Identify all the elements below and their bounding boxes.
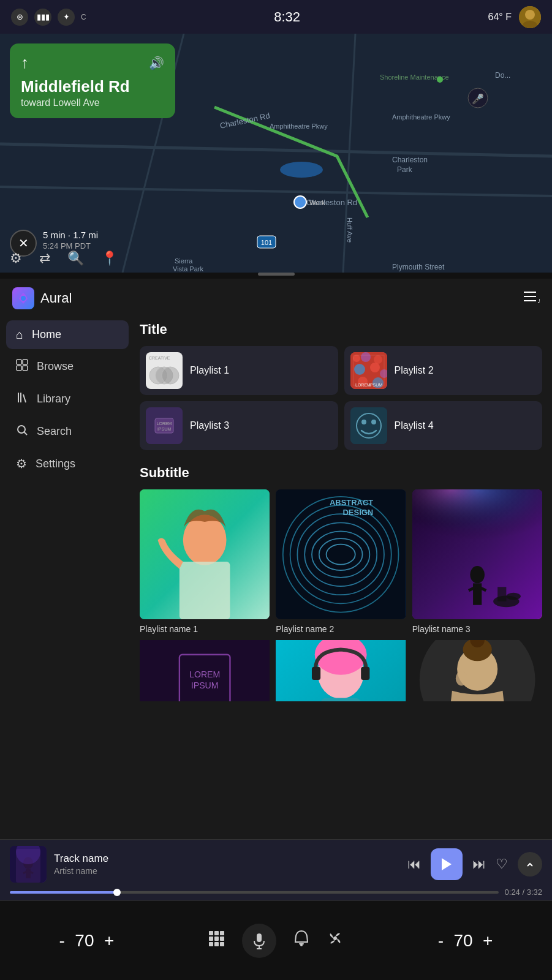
albums-row: Playlist name 1 bbox=[140, 489, 542, 634]
vol-left-value: 70 bbox=[70, 931, 99, 951]
album-card-1[interactable]: Playlist name 1 bbox=[140, 489, 270, 634]
svg-text:CREATIVE: CREATIVE bbox=[149, 356, 170, 360]
playlist-card-3[interactable]: LOREM IPSUM Playlist 3 bbox=[140, 401, 338, 450]
vol-left-minus[interactable]: - bbox=[59, 931, 65, 951]
routes-icon[interactable]: ⇄ bbox=[39, 251, 50, 266]
svg-rect-71 bbox=[276, 489, 406, 619]
album-card-6[interactable] bbox=[412, 640, 542, 701]
sidebar-item-settings[interactable]: ⚙ Settings bbox=[6, 449, 129, 478]
music-logo: Aural bbox=[12, 287, 72, 309]
svg-point-18 bbox=[437, 77, 443, 83]
nav-volume-icon[interactable]: 🔊 bbox=[149, 56, 164, 70]
album-name-3: Playlist name 3 bbox=[412, 624, 542, 634]
sidebar-item-home[interactable]: ⌂ Home bbox=[6, 320, 129, 349]
bluetooth-icon[interactable]: ⊛ bbox=[11, 9, 28, 26]
svg-rect-89 bbox=[497, 587, 506, 601]
playlist-card-4[interactable]: Playlist 4 bbox=[344, 401, 543, 450]
player-bar: Track name Artist name ⏮ ⏭ ♡ 0:24 / 3:32 bbox=[0, 839, 552, 900]
svg-rect-122 bbox=[214, 942, 219, 946]
album-art-4-container: LOREM IPSUM bbox=[140, 640, 270, 701]
progress-thumb[interactable] bbox=[113, 889, 121, 896]
sidebar-label-library: Library bbox=[37, 393, 70, 405]
svg-text:Charleston: Charleston bbox=[392, 156, 428, 164]
playlist-name-1: Playlist 1 bbox=[190, 365, 229, 376]
main-content: Title CREATIVE bbox=[135, 315, 552, 900]
playlist-card-2[interactable]: LOREM IPSUM Playlist 2 bbox=[344, 346, 543, 395]
settings-icon[interactable]: ⚙ bbox=[10, 251, 22, 266]
sidebar-item-search[interactable]: Search bbox=[6, 417, 129, 447]
svg-point-106 bbox=[455, 671, 467, 686]
album-card-2[interactable]: ABSTRACT DESIGN Playlist name 2 bbox=[276, 489, 406, 634]
nav-street: Middlefield Rd bbox=[21, 77, 164, 96]
svg-point-67 bbox=[371, 420, 376, 424]
album-name-1: Playlist name 1 bbox=[140, 624, 270, 634]
progress-bar[interactable]: 0:24 / 3:32 bbox=[10, 888, 542, 897]
svg-rect-70 bbox=[180, 562, 230, 619]
grid-icon[interactable] bbox=[208, 930, 225, 951]
fan-icon[interactable] bbox=[327, 930, 344, 951]
nav-eta: 5 min · 1.7 mi bbox=[43, 230, 98, 240]
sidebar-label-settings: Settings bbox=[36, 458, 75, 470]
bottom-bar: - 70 + bbox=[0, 900, 552, 980]
svg-rect-100 bbox=[320, 698, 361, 702]
vol-right-value: 70 bbox=[448, 931, 478, 951]
playlist-thumb-3: LOREM IPSUM bbox=[146, 407, 183, 444]
svg-rect-115 bbox=[209, 931, 213, 935]
svg-text:Do...: Do... bbox=[495, 71, 510, 80]
app-icon bbox=[12, 287, 34, 309]
track-info: Track name Artist name bbox=[54, 853, 400, 876]
svg-rect-116 bbox=[214, 931, 219, 935]
album-card-5[interactable] bbox=[276, 640, 406, 701]
svg-text:LOREM: LOREM bbox=[189, 670, 220, 680]
queue-icon[interactable]: ♪ bbox=[523, 290, 540, 307]
svg-point-52 bbox=[354, 364, 365, 375]
brightness-icon[interactable]: ✦ bbox=[58, 9, 75, 26]
settings-nav-icon: ⚙ bbox=[16, 456, 27, 471]
svg-text:LOREM: LOREM bbox=[157, 421, 172, 426]
map-toolbar: ⚙ ⇄ 🔍 📍 bbox=[10, 251, 118, 266]
map-search-icon[interactable]: 🔍 bbox=[67, 251, 84, 266]
svg-text:Work: Work bbox=[309, 199, 325, 206]
vol-left-plus[interactable]: + bbox=[104, 931, 114, 951]
avatar[interactable] bbox=[519, 6, 541, 28]
subtitle-title: Subtitle bbox=[140, 465, 542, 481]
progress-fill bbox=[10, 891, 117, 894]
progress-track[interactable] bbox=[10, 891, 499, 894]
svg-rect-117 bbox=[220, 931, 224, 935]
svg-text:Plymouth Street: Plymouth Street bbox=[392, 263, 445, 271]
next-button[interactable]: ⏭ bbox=[472, 856, 486, 872]
mic-button[interactable] bbox=[242, 924, 276, 958]
album-card-3[interactable]: Playlist name 3 bbox=[412, 489, 542, 634]
home-icon: ⌂ bbox=[16, 328, 23, 342]
playlist-thumb-1: CREATIVE bbox=[146, 352, 183, 389]
nav-card: ↑ 🔊 Middlefield Rd toward Lowell Ave bbox=[10, 43, 175, 118]
like-button[interactable]: ♡ bbox=[496, 856, 508, 872]
svg-point-30 bbox=[21, 296, 26, 301]
expand-button[interactable] bbox=[518, 852, 542, 876]
sidebar-label-browse: Browse bbox=[37, 360, 74, 373]
drag-handle[interactable] bbox=[258, 273, 295, 276]
playlist-name-3: Playlist 3 bbox=[190, 420, 229, 431]
svg-line-41 bbox=[23, 394, 26, 402]
sidebar-item-browse[interactable]: Browse bbox=[6, 352, 129, 382]
prev-button[interactable]: ⏮ bbox=[407, 856, 421, 872]
svg-text:♪: ♪ bbox=[537, 296, 540, 303]
album-art-1 bbox=[140, 489, 270, 619]
albums-row-2: LOREM IPSUM bbox=[140, 640, 542, 701]
bell-icon[interactable] bbox=[293, 930, 309, 951]
play-button[interactable] bbox=[431, 848, 463, 880]
vol-right-minus[interactable]: - bbox=[438, 931, 444, 951]
svg-text:DESIGN: DESIGN bbox=[343, 508, 374, 517]
playlist-card-1[interactable]: CREATIVE Playlist 1 bbox=[140, 346, 338, 395]
nav-info: 5 min · 1.7 mi 5:24 PM PDT bbox=[43, 230, 98, 251]
vol-control-left: - 70 + bbox=[59, 931, 115, 951]
search-icon bbox=[16, 424, 28, 439]
pin-icon[interactable]: 📍 bbox=[101, 251, 118, 266]
svg-rect-119 bbox=[214, 937, 219, 941]
vol-right-plus[interactable]: + bbox=[483, 931, 493, 951]
album-card-4[interactable]: LOREM IPSUM bbox=[140, 640, 270, 701]
sidebar-item-library[interactable]: Library bbox=[6, 384, 129, 414]
svg-text:ABSTRACT: ABSTRACT bbox=[330, 498, 373, 507]
music-header: Aural ♪ bbox=[0, 279, 552, 315]
browse-icon bbox=[16, 359, 28, 374]
